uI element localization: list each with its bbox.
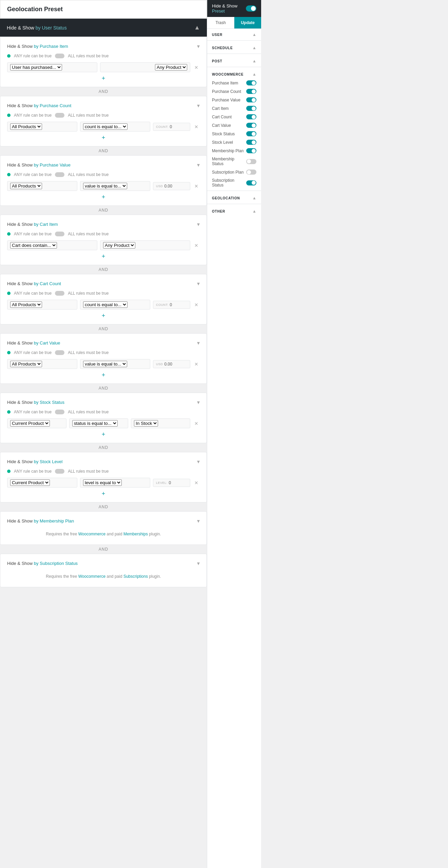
- cart-count-remove[interactable]: ✕: [193, 301, 200, 308]
- toggle-subscription-plan[interactable]: [246, 170, 256, 175]
- sidebar-section-geolocation: GEOLOCATION ▲: [207, 192, 261, 202]
- section-cart-item-chevron[interactable]: ▾: [197, 221, 200, 228]
- any-all-toggle-7[interactable]: [55, 410, 64, 414]
- any-all-toggle-2[interactable]: [55, 113, 64, 118]
- section-purchase-value-chevron[interactable]: ▾: [197, 162, 200, 168]
- rule-active-dot-2: [7, 114, 11, 117]
- toggle-membership-status[interactable]: [246, 159, 256, 164]
- and-divider-9: AND: [0, 545, 207, 554]
- cart-value-remove[interactable]: ✕: [193, 361, 200, 368]
- stock-level-add[interactable]: +: [7, 490, 200, 497]
- sidebar-section-post-header[interactable]: POST ▲: [207, 55, 261, 65]
- cart-item-remove[interactable]: ✕: [193, 242, 200, 249]
- sidebar-section-geolocation-header[interactable]: GEOLOCATION ▲: [207, 192, 261, 202]
- purchase-value-product-select[interactable]: All Products: [7, 181, 77, 191]
- purchase-item-type-select[interactable]: User has purchased...: [7, 62, 97, 72]
- sidebar-item-purchase-count: Purchase Count: [207, 87, 261, 96]
- cart-count-condition-select[interactable]: count is equal to...: [80, 300, 150, 310]
- cart-item-add[interactable]: +: [7, 253, 200, 260]
- section-cart-value-chevron[interactable]: ▾: [197, 340, 200, 346]
- section-membership-plan-chevron[interactable]: ▾: [197, 518, 200, 524]
- and-divider-3: AND: [0, 206, 207, 215]
- and-divider-2: AND: [0, 146, 207, 155]
- any-all-toggle-3[interactable]: [55, 172, 64, 177]
- toggle-cart-count[interactable]: [246, 114, 256, 119]
- stock-status-remove[interactable]: ✕: [193, 420, 200, 427]
- any-all-toggle-6[interactable]: [55, 350, 64, 355]
- cart-value-product-select[interactable]: All Products: [7, 359, 77, 369]
- any-all-toggle-4[interactable]: [55, 232, 64, 236]
- purchase-count-condition-select[interactable]: count is equal to...: [80, 122, 150, 132]
- toggle-cart-item[interactable]: [246, 106, 256, 111]
- trash-button[interactable]: Trash: [207, 17, 234, 28]
- purchase-value-add[interactable]: +: [7, 194, 200, 201]
- stock-level-product-select[interactable]: Current Product: [7, 478, 77, 488]
- toggle-purchase-count[interactable]: [246, 89, 256, 94]
- sidebar-section-other-header[interactable]: OTHER ▲: [207, 205, 261, 216]
- sidebar-item-subscription-status: Subscription Status: [207, 176, 261, 189]
- stock-level-condition-select[interactable]: level is equal to: [80, 478, 150, 488]
- purchase-count-product-select[interactable]: All Products: [7, 122, 77, 132]
- toggle-cart-value[interactable]: [246, 123, 256, 128]
- stock-status-product-select[interactable]: Current Product: [7, 418, 66, 428]
- page-title: Geolocation Preset: [0, 0, 207, 19]
- purchase-item-product-select[interactable]: Any Product: [100, 62, 190, 72]
- purchase-item-add[interactable]: +: [7, 75, 200, 82]
- sidebar-section-schedule-header[interactable]: SCHEDULE ▲: [207, 42, 261, 52]
- cart-count-add[interactable]: +: [7, 312, 200, 319]
- toggle-stock-level[interactable]: [246, 140, 256, 145]
- any-all-toggle-5[interactable]: [55, 291, 64, 296]
- sidebar-section-woocommerce-header[interactable]: WOOCOMMERCE ▲: [207, 68, 261, 79]
- any-all-toggle[interactable]: [55, 54, 64, 58]
- stock-level-remove[interactable]: ✕: [193, 479, 200, 486]
- purchase-value-remove[interactable]: ✕: [193, 183, 200, 190]
- section-stock-status: Hide & Show by Stock Status ▾ ANY rule c…: [0, 393, 207, 443]
- toggle-stock-status[interactable]: [246, 131, 256, 136]
- section-purchase-count-chevron[interactable]: ▾: [197, 102, 200, 109]
- and-divider-1: AND: [0, 87, 207, 96]
- cart-item-type-select[interactable]: Cart does contain...: [7, 240, 97, 250]
- purchase-item-row: User has purchased... Any Product ✕: [7, 62, 200, 72]
- sidebar-section-user-header[interactable]: USER ▲: [207, 29, 261, 39]
- all-rule-label-6: ALL rules must be true: [68, 350, 109, 355]
- section-subscription-status-chevron[interactable]: ▾: [197, 560, 200, 567]
- purchase-count-add[interactable]: +: [7, 134, 200, 141]
- cart-count-product-select[interactable]: All Products: [7, 300, 77, 310]
- toggle-membership-plan[interactable]: [246, 148, 256, 153]
- section-purchase-item-chevron[interactable]: ▾: [197, 43, 200, 50]
- purchase-count-value-input[interactable]: COUNT:: [153, 123, 190, 131]
- purchase-item-remove[interactable]: ✕: [193, 64, 200, 71]
- section-cart-count: Hide & Show by Cart Count ▾ ANY rule can…: [0, 274, 207, 324]
- cart-item-product-select[interactable]: Any Product: [100, 240, 190, 250]
- cart-value-row: All Products value is equal to... USD ✕: [7, 359, 200, 369]
- cart-value-input[interactable]: USD: [153, 360, 190, 368]
- memberships-link[interactable]: Memberships: [123, 532, 148, 536]
- sidebar-user-label: USER: [212, 33, 222, 37]
- section-stock-level: Hide & Show by Stock Level ▾ ANY rule ca…: [0, 452, 207, 502]
- toggle-purchase-item[interactable]: [246, 80, 256, 85]
- section-stock-level-chevron[interactable]: ▾: [197, 458, 200, 465]
- update-button[interactable]: Update: [234, 17, 261, 28]
- stock-level-value-input[interactable]: LEVEL:: [153, 479, 190, 487]
- woocommerce-link-2[interactable]: Woocommerce: [78, 574, 105, 579]
- toggle-purchase-value[interactable]: [246, 97, 256, 102]
- stock-status-add[interactable]: +: [7, 431, 200, 438]
- cart-count-value-input[interactable]: COUNT:: [153, 301, 190, 309]
- cart-value-condition-select[interactable]: value is equal to...: [80, 359, 150, 369]
- stock-status-value-select[interactable]: In Stock: [131, 418, 190, 428]
- cart-value-add[interactable]: +: [7, 372, 200, 379]
- woocommerce-link-1[interactable]: Woocommerce: [78, 532, 105, 536]
- purchase-count-remove[interactable]: ✕: [193, 123, 200, 130]
- sidebar-woocommerce-label: WOOCOMMERCE: [212, 73, 244, 76]
- section-stock-status-chevron[interactable]: ▾: [197, 399, 200, 406]
- subscriptions-link[interactable]: Subscriptions: [123, 574, 148, 579]
- preset-toggle[interactable]: [246, 5, 256, 12]
- purchase-value-input[interactable]: USD: [153, 182, 190, 190]
- section-cart-count-chevron[interactable]: ▾: [197, 280, 200, 287]
- any-all-toggle-8[interactable]: [55, 469, 64, 474]
- user-status-collapse[interactable]: ▲: [194, 24, 200, 31]
- stock-status-condition-select[interactable]: status is equal to...: [69, 418, 129, 428]
- section-stock-level-title: Hide & Show by Stock Level: [7, 459, 62, 464]
- purchase-value-condition-select[interactable]: value is equal to...: [80, 181, 150, 191]
- toggle-subscription-status[interactable]: [246, 180, 256, 185]
